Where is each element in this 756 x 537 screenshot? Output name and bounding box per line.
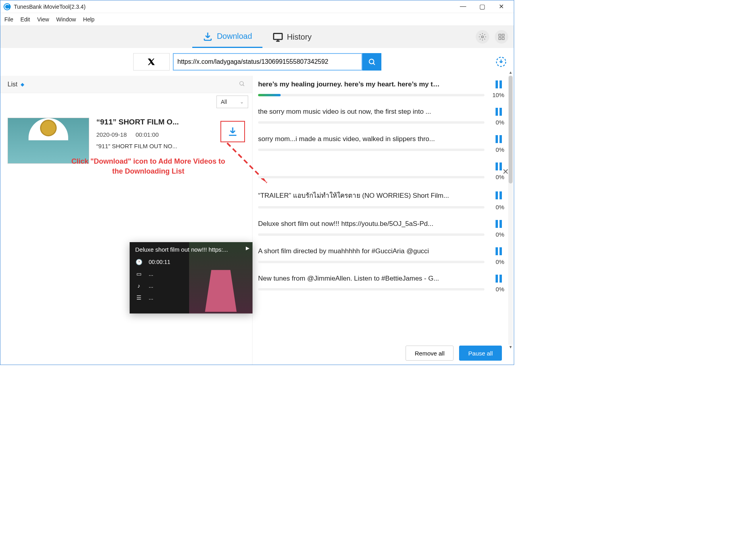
svg-point-6 (369, 59, 374, 64)
subtitle-icon: ☰ (135, 294, 142, 301)
download-percent: 0% (488, 146, 504, 153)
left-pane: List ◆ All ⌄ “911” SHORT FILM O... 2020-… (0, 76, 253, 365)
download-title: A short film directed by muahhhhh for #G… (258, 247, 491, 255)
grid-icon (498, 33, 505, 40)
video-title: “911” SHORT FILM O... (96, 118, 213, 126)
grid-button[interactable] (495, 30, 508, 44)
pause-button[interactable] (496, 191, 504, 199)
download-percent: 0% (488, 286, 504, 292)
tab-history-label: History (287, 32, 312, 42)
preview-time: 00:00:11 (149, 259, 170, 265)
preview-card: ▶ Deluxe short film out now!!! https:...… (130, 242, 253, 313)
clock-icon: 🕐 (135, 259, 142, 265)
progress-bar (258, 206, 484, 208)
pause-button[interactable] (496, 80, 504, 88)
pause-all-button[interactable]: Pause all (459, 346, 502, 361)
video-duration: 00:01:00 (136, 131, 159, 138)
download-percent: 0% (488, 258, 504, 265)
download-row: Deluxe short film out now!!! https://you… (253, 215, 514, 243)
settings-button[interactable] (476, 30, 489, 44)
download-percent: 0% (488, 204, 504, 210)
video-item[interactable]: “911” SHORT FILM O... 2020-09-18 00:01:0… (0, 111, 252, 171)
progress-bar (258, 288, 484, 290)
download-video-button[interactable] (220, 121, 245, 142)
downloads-pane: here’s my healing journey. here’s my hea… (253, 76, 514, 365)
content: List ◆ All ⌄ “911” SHORT FILM O... 2020-… (0, 76, 514, 365)
download-row: New tunes from @JimmieAllen. Listen to #… (253, 270, 514, 297)
download-percent: 0% (488, 119, 504, 126)
download-icon (203, 31, 213, 42)
scrollbar-thumb[interactable] (509, 76, 513, 183)
download-title: sorry mom...i made a music video, walked… (258, 135, 491, 143)
menubar: File Edit View Window Help (0, 13, 514, 26)
progress-bar (258, 233, 484, 236)
video-thumbnail (8, 118, 89, 164)
music-icon: ♪ (135, 283, 142, 289)
pause-button[interactable] (496, 108, 504, 116)
list-search-icon[interactable] (239, 80, 245, 88)
list-label: List (8, 81, 17, 88)
search-button[interactable] (362, 53, 381, 71)
filter-label: All (221, 99, 227, 105)
window-controls: — ▢ ✕ (458, 3, 511, 10)
pause-button[interactable] (496, 247, 504, 255)
download-queue-icon[interactable] (496, 56, 507, 67)
download-icon (227, 126, 238, 137)
svg-rect-3 (502, 34, 504, 36)
svg-rect-5 (502, 38, 504, 40)
close-button[interactable]: ✕ (496, 3, 506, 10)
tab-download[interactable]: Download (192, 26, 262, 48)
maximize-button[interactable]: ▢ (477, 3, 487, 10)
menu-help[interactable]: Help (83, 16, 95, 23)
progress-bar (258, 121, 484, 124)
progress-bar (258, 261, 484, 263)
chevron-down-icon: ⌄ (240, 99, 244, 105)
remove-all-button[interactable]: Remove all (406, 346, 454, 361)
scroll-down-icon[interactable]: ▼ (508, 345, 513, 350)
progress-bar (258, 176, 484, 178)
scrollbar[interactable]: ▲ ▼ (508, 76, 513, 345)
download-percent: 0% (488, 174, 504, 180)
source-select[interactable] (133, 53, 170, 71)
tabbar: Download History (0, 26, 514, 48)
download-row: sorry mom...i made a music video, walked… (253, 130, 514, 158)
monitor-icon (273, 32, 283, 42)
download-title: “TRAILER” แอบรักไม่ทำให้ใครตาย (NO WORRI… (258, 190, 491, 201)
menu-view[interactable]: View (37, 16, 49, 23)
download-title: here’s my healing journey. here’s my hea… (258, 80, 491, 88)
minimize-button[interactable]: — (458, 3, 468, 10)
download-title: the sorry mom music video is out now, th… (258, 108, 491, 116)
progress-bar (258, 149, 484, 151)
search-icon (368, 58, 376, 66)
video-desc: “911” SHORT FILM OUT NO... (96, 143, 213, 149)
download-row: 0% (253, 158, 514, 185)
menu-window[interactable]: Window (56, 16, 76, 23)
video-date: 2020-09-18 (96, 131, 127, 138)
progress-bar (258, 94, 484, 96)
svg-rect-2 (499, 34, 501, 36)
download-row: “TRAILER” แอบรักไม่ทำให้ใครตาย (NO WORRI… (253, 185, 514, 215)
app-icon (4, 3, 11, 10)
app-title: TunesBank iMovieTool(2.3.4) (14, 4, 86, 10)
download-row: here’s my healing journey. here’s my hea… (253, 76, 514, 103)
download-percent: 0% (488, 231, 504, 238)
svg-rect-0 (274, 33, 282, 39)
pause-button[interactable] (496, 220, 504, 228)
menu-file[interactable]: File (4, 16, 13, 23)
svg-point-1 (482, 36, 484, 38)
download-title: Deluxe short film out now!!! https://you… (258, 220, 491, 228)
pause-button[interactable] (496, 275, 504, 283)
searchbar (0, 48, 514, 76)
tab-history[interactable]: History (262, 26, 322, 48)
svg-rect-4 (499, 38, 501, 40)
pause-button[interactable] (496, 135, 504, 143)
filter-select[interactable]: All ⌄ (216, 96, 248, 108)
video-meta: “911” SHORT FILM O... 2020-09-18 00:01:0… (96, 118, 213, 164)
x-logo-icon (147, 58, 155, 66)
preview-title: Deluxe short film out now!!! https:... (135, 246, 247, 253)
url-input[interactable] (173, 53, 362, 71)
sort-icon[interactable]: ◆ (21, 82, 24, 87)
scroll-up-icon[interactable]: ▲ (508, 70, 513, 76)
video-icon: ▭ (135, 271, 142, 277)
menu-edit[interactable]: Edit (21, 16, 30, 23)
